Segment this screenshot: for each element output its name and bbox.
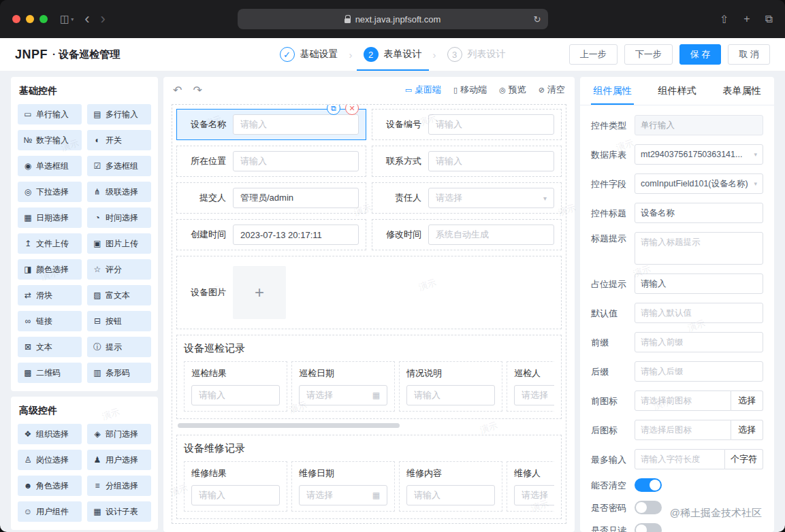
palette-item[interactable]: ☻角色选择 xyxy=(18,476,82,496)
field-input[interactable]: 请输入 xyxy=(428,114,554,135)
select-input[interactable]: mt294037561750363141...▾ xyxy=(635,144,763,165)
column-input[interactable]: 请选择▾ xyxy=(514,485,554,505)
scrollbar-thumb[interactable] xyxy=(178,423,400,428)
text-input[interactable]: 设备名称 xyxy=(635,203,763,223)
save-button[interactable]: 保 存 xyxy=(679,44,722,65)
form-field-selected[interactable]: 设备名称请输入⧉✕ xyxy=(176,109,366,140)
horizontal-scrollbar[interactable] xyxy=(178,423,560,428)
palette-item[interactable]: ♟用户选择 xyxy=(87,450,151,470)
field-input[interactable]: 系统自动生成 xyxy=(428,225,554,245)
palette-item[interactable]: ▦日期选择 xyxy=(18,207,82,228)
palette-item[interactable]: ❖组织选择 xyxy=(18,424,82,444)
forward-icon[interactable]: › xyxy=(101,12,106,27)
share-icon[interactable]: ⇧ xyxy=(720,13,728,26)
field-input[interactable]: 请输入 xyxy=(233,114,359,135)
palette-item[interactable]: ⊟按钮 xyxy=(87,311,151,331)
form-field-cell[interactable]: 提交人管理员/admin xyxy=(176,182,366,214)
subtable-section[interactable]: 设备巡检记录巡检结果请输入巡检日期请选择▦情况说明请输入巡检人请选择▾ xyxy=(176,335,562,419)
form-field-cell[interactable]: 修改时间系统自动生成 xyxy=(372,219,562,250)
toggle-switch[interactable] xyxy=(635,478,662,492)
delete-icon[interactable]: ✕ xyxy=(345,104,359,115)
subtable-column[interactable]: 巡检日期请选择▦ xyxy=(291,361,395,412)
subtable-column[interactable]: 巡检人请选择▾ xyxy=(507,361,554,412)
text-input[interactable]: 请输入 xyxy=(635,273,763,294)
horizontal-scrollbar[interactable] xyxy=(178,523,560,524)
subtable-column[interactable]: 巡检结果请输入 xyxy=(184,361,287,412)
palette-item[interactable]: ◎下拉选择 xyxy=(18,182,82,202)
palette-item[interactable]: ⓘ提示 xyxy=(87,337,151,357)
text-input[interactable]: 请输入后缀 xyxy=(635,361,763,382)
palette-item[interactable]: ◨颜色选择 xyxy=(18,259,82,280)
step-表单设计[interactable]: 2表单设计 xyxy=(361,38,425,71)
tab-1[interactable]: 组件样式 xyxy=(645,77,709,105)
palette-item[interactable]: ↥文件上传 xyxy=(18,233,82,254)
column-input[interactable]: 请输入 xyxy=(191,485,280,505)
select-icon-button[interactable]: 选择 xyxy=(731,420,763,440)
field-input[interactable]: 请输入 xyxy=(428,151,554,171)
toggle-switch[interactable] xyxy=(635,523,662,532)
palette-item[interactable]: ☆评分 xyxy=(87,259,151,280)
palette-item[interactable]: №数字输入 xyxy=(18,130,82,150)
scrollbar-thumb[interactable] xyxy=(178,523,400,524)
field-input[interactable]: 管理员/admin xyxy=(233,188,359,208)
palette-item[interactable]: ∞链接 xyxy=(18,311,82,331)
desktop-mode-button[interactable]: ▭桌面端 xyxy=(405,84,441,96)
text-input[interactable]: 请选择前图标 xyxy=(635,390,731,411)
undo-icon[interactable]: ↶ xyxy=(173,84,182,97)
address-bar[interactable]: next.java.jnpfsoft.com ↻ xyxy=(238,9,548,29)
palette-item[interactable]: ▨富文本 xyxy=(87,285,151,305)
subtable-column[interactable]: 情况说明请输入 xyxy=(399,361,502,412)
textarea-input[interactable]: 请输入标题提示 xyxy=(635,232,763,265)
column-input[interactable]: 请选择▦ xyxy=(299,485,387,505)
field-input[interactable]: 请选择▾ xyxy=(428,188,554,208)
form-field-cell[interactable]: 设备编号请输入 xyxy=(372,109,562,140)
palette-item[interactable]: ☑多选框组 xyxy=(87,156,151,176)
step-基础设置[interactable]: ✓基础设置 xyxy=(277,38,341,71)
prev-step-button[interactable]: 上一步 xyxy=(569,44,618,65)
form-field-cell[interactable]: 设备图片+ xyxy=(176,256,562,329)
field-input[interactable]: 2023-07-13 20:17:11 xyxy=(233,225,359,245)
back-icon[interactable]: ‹ xyxy=(84,12,89,27)
tab-0[interactable]: 组件属性 xyxy=(580,77,645,105)
column-input[interactable]: 请输入 xyxy=(191,385,280,405)
subtable-column[interactable]: 维修结果请输入 xyxy=(184,461,287,512)
zoom-window-button[interactable] xyxy=(39,15,48,23)
form-field-cell[interactable]: 创建时间2023-07-13 20:17:11 xyxy=(176,219,366,250)
copy-icon[interactable]: ⧉ xyxy=(327,104,340,115)
palette-item[interactable]: ▤多行输入 xyxy=(87,104,151,124)
reload-icon[interactable]: ↻ xyxy=(534,14,541,24)
minimize-window-button[interactable] xyxy=(26,15,34,23)
palette-item[interactable]: ♙岗位选择 xyxy=(18,450,82,470)
column-input[interactable]: 请选择▦ xyxy=(299,385,387,405)
palette-item[interactable]: ▩二维码 xyxy=(18,363,82,383)
field-input[interactable]: 请输入 xyxy=(233,151,359,171)
redo-icon[interactable]: ↷ xyxy=(193,84,202,97)
column-input[interactable]: 请输入 xyxy=(406,485,495,505)
palette-item[interactable]: ≡分组选择 xyxy=(87,476,151,496)
image-upload-box[interactable]: + xyxy=(233,266,286,319)
text-input[interactable]: 请输入字符长度 xyxy=(635,449,725,469)
palette-item[interactable]: ⋔级联选择 xyxy=(87,182,151,202)
mobile-mode-button[interactable]: ▯移动端 xyxy=(453,84,487,96)
step-列表设计[interactable]: 3列表设计 xyxy=(445,38,509,71)
palette-item[interactable]: ◉单选框组 xyxy=(18,156,82,176)
next-step-button[interactable]: 下一步 xyxy=(624,44,673,65)
text-input[interactable]: 请选择后图标 xyxy=(635,420,731,440)
form-field-cell[interactable]: 所在位置请输入 xyxy=(176,146,366,177)
subtable-section[interactable]: 设备维修记录维修结果请输入维修日期请选择▦维修内容请输入维修人请选择▾ xyxy=(176,435,562,519)
text-input[interactable]: 请输入前缀 xyxy=(635,332,763,352)
select-input[interactable]: comInputField101(设备名称)▾ xyxy=(635,173,763,194)
tab-2[interactable]: 表单属性 xyxy=(709,77,774,105)
new-tab-icon[interactable]: + xyxy=(743,13,750,25)
tab-overview-icon[interactable]: ⧉ xyxy=(765,13,773,25)
palette-item[interactable]: ⇄滑块 xyxy=(18,285,82,305)
palette-item[interactable]: ▥条形码 xyxy=(87,363,151,383)
palette-item[interactable]: ▭单行输入 xyxy=(18,104,82,124)
form-field-cell[interactable]: 联系方式请输入 xyxy=(372,146,562,177)
palette-item[interactable]: ▦设计子表 xyxy=(87,501,151,522)
subtable-column[interactable]: 维修内容请输入 xyxy=(399,461,502,512)
preview-button[interactable]: ◎预览 xyxy=(499,84,526,96)
close-window-button[interactable] xyxy=(12,15,20,23)
toggle-switch[interactable] xyxy=(635,501,662,514)
text-input[interactable]: 请输入默认值 xyxy=(635,303,763,323)
